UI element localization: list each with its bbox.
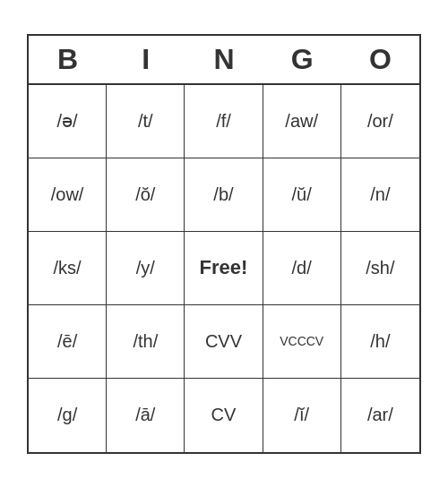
bingo-cell: /ks/	[29, 232, 107, 305]
bingo-cell: /t/	[107, 85, 185, 158]
bingo-cell: /th/	[107, 305, 185, 379]
bingo-cell: /y/	[107, 232, 185, 305]
bingo-cell: /sh/	[341, 232, 419, 305]
bingo-cell: CV	[185, 379, 263, 452]
bingo-cell: /d/	[263, 232, 341, 305]
bingo-cell: CVV	[185, 305, 263, 379]
bingo-cell: /g/	[29, 379, 107, 452]
bingo-grid: /ə//t//f//aw//or//ow//ŏ//b//ŭ//n//ks//y/…	[29, 85, 419, 452]
bingo-cell: /ŏ/	[107, 158, 185, 232]
bingo-cell: VCCCV	[263, 305, 341, 379]
bingo-header-letter: O	[341, 36, 419, 83]
bingo-cell: /ar/	[341, 379, 419, 452]
bingo-header-letter: G	[263, 36, 341, 83]
bingo-card: BINGO /ə//t//f//aw//or//ow//ŏ//b//ŭ//n//…	[27, 34, 421, 454]
bingo-header: BINGO	[29, 36, 419, 85]
bingo-cell: /b/	[185, 158, 263, 232]
bingo-cell: /ĭ/	[263, 379, 341, 452]
bingo-cell: /or/	[341, 85, 419, 158]
bingo-header-letter: N	[185, 36, 263, 83]
bingo-cell: /aw/	[263, 85, 341, 158]
bingo-cell: /ə/	[29, 85, 107, 158]
bingo-cell-free: Free!	[185, 232, 263, 305]
bingo-header-letter: B	[29, 36, 107, 83]
bingo-cell: /ow/	[29, 158, 107, 232]
bingo-cell: /n/	[341, 158, 419, 232]
bingo-cell: /f/	[185, 85, 263, 158]
bingo-cell: /ā/	[107, 379, 185, 452]
bingo-cell: /h/	[341, 305, 419, 379]
bingo-cell: /ē/	[29, 305, 107, 379]
bingo-header-letter: I	[107, 36, 185, 83]
bingo-cell: /ŭ/	[263, 158, 341, 232]
